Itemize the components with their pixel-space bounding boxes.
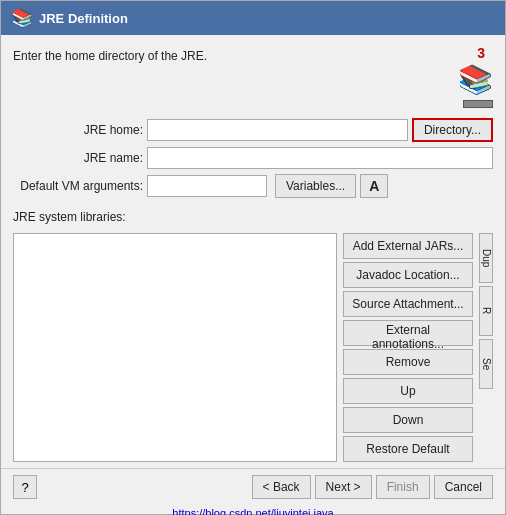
- dialog-footer-area: ? < Back Next > Finish Cancel https://bl…: [1, 468, 505, 515]
- footer-url: https://blog.csdn.net/liuyintei.java: [1, 505, 505, 515]
- jre-definition-dialog: 📚 JRE Definition Enter the home director…: [0, 0, 506, 515]
- libraries-list-area: [13, 233, 337, 462]
- up-button[interactable]: Up: [343, 378, 473, 404]
- libraries-section: Add External JARs... Javadoc Location...…: [13, 233, 493, 462]
- jre-home-input[interactable]: [147, 119, 408, 141]
- finish-button[interactable]: Finish: [376, 475, 430, 499]
- footer-left: ?: [13, 475, 37, 499]
- dialog-title-icon: 📚: [11, 7, 33, 29]
- header-section: Enter the home directory of the JRE. 3 📚: [13, 45, 493, 108]
- dup-side-button[interactable]: Dup: [479, 233, 493, 283]
- source-attachment-button[interactable]: Source Attachment...: [343, 291, 473, 317]
- vm-args-row: Default VM arguments: Variables... A: [13, 174, 493, 198]
- dialog-footer: ? < Back Next > Finish Cancel: [1, 468, 505, 505]
- dialog-title-text: JRE Definition: [39, 11, 128, 26]
- jre-name-input[interactable]: [147, 147, 493, 169]
- step-badge: 3: [477, 45, 485, 61]
- down-button[interactable]: Down: [343, 407, 473, 433]
- se-side-button[interactable]: Se: [479, 339, 493, 389]
- libraries-list: [13, 233, 337, 462]
- remove-button[interactable]: Remove: [343, 349, 473, 375]
- r-side-button[interactable]: R: [479, 286, 493, 336]
- back-button[interactable]: < Back: [252, 475, 311, 499]
- javadoc-location-button[interactable]: Javadoc Location...: [343, 262, 473, 288]
- vm-args-label: Default VM arguments:: [13, 179, 143, 193]
- book-icon: 📚: [458, 63, 493, 96]
- directory-button[interactable]: Directory...: [412, 118, 493, 142]
- variables-button[interactable]: Variables...: [275, 174, 356, 198]
- jre-name-label: JRE name:: [13, 151, 143, 165]
- libraries-label: JRE system libraries:: [13, 210, 493, 224]
- restore-default-button[interactable]: Restore Default: [343, 436, 473, 462]
- jre-home-row: JRE home: Directory...: [13, 118, 493, 142]
- side-buttons: Dup R Se: [479, 233, 493, 462]
- next-button[interactable]: Next >: [315, 475, 372, 499]
- dialog-title-bar: 📚 JRE Definition: [1, 1, 505, 35]
- library-action-buttons: Add External JARs... Javadoc Location...…: [343, 233, 473, 462]
- help-button[interactable]: ?: [13, 475, 37, 499]
- vm-args-input[interactable]: [147, 175, 267, 197]
- header-instruction: Enter the home directory of the JRE.: [13, 45, 458, 63]
- cancel-button[interactable]: Cancel: [434, 475, 493, 499]
- external-annotations-button[interactable]: External annotations...: [343, 320, 473, 346]
- form-grid: JRE home: Directory... JRE name: Default…: [13, 118, 493, 198]
- dialog-body: Enter the home directory of the JRE. 3 📚…: [1, 35, 505, 468]
- advanced-button[interactable]: A: [360, 174, 388, 198]
- footer-nav: < Back Next > Finish Cancel: [252, 475, 493, 499]
- jre-home-label: JRE home:: [13, 123, 143, 137]
- add-external-jars-button[interactable]: Add External JARs...: [343, 233, 473, 259]
- jre-name-row: JRE name:: [13, 147, 493, 169]
